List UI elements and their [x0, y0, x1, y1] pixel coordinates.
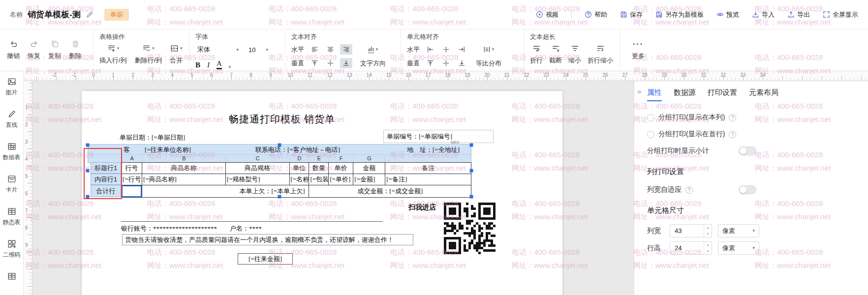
wrap-shrink-button[interactable]: 折行缩小 — [588, 44, 613, 65]
merge-button[interactable]: ▾合并 — [170, 44, 183, 65]
amount-field[interactable]: [=往来金额] — [238, 253, 293, 265]
step-up-icon[interactable]: ▴ — [704, 242, 712, 248]
selection-handle[interactable] — [278, 144, 281, 147]
col-width-input[interactable]: 43 ▴▾ — [670, 224, 712, 237]
cell-valign-bottom-button[interactable] — [456, 58, 468, 68]
export-button[interactable]: 导出 — [787, 10, 810, 19]
tab-print-settings[interactable]: 打印设置 — [708, 88, 737, 101]
collapse-panel-button[interactable]: » — [637, 87, 641, 95]
table-field-cell[interactable]: [=行号] — [122, 174, 142, 185]
qr-caption[interactable]: 扫我进店 — [408, 203, 436, 212]
column-letter[interactable] — [385, 155, 471, 163]
sidebar-item-card[interactable]: 卡片 — [6, 175, 18, 194]
table-header-cell[interactable]: 商品规格 — [226, 163, 290, 174]
row-type-label[interactable]: 合计行 — [91, 185, 121, 197]
bank-account-line[interactable]: 银行账号：******************** 户名：**** — [121, 224, 262, 233]
table-field-cell[interactable]: [=包装] — [309, 174, 329, 185]
subtotal-toggle[interactable] — [739, 147, 756, 155]
preview-button[interactable]: 预览 — [716, 10, 739, 19]
table-header-cell[interactable]: 行号 — [122, 163, 142, 174]
row-type-label[interactable]: 内容行1 — [91, 174, 121, 185]
selection-handle[interactable] — [86, 195, 90, 199]
column-letter[interactable]: E — [309, 155, 329, 163]
table-field-cell[interactable]: [=商品名称] — [142, 174, 226, 185]
col-width-unit-select[interactable]: 像素▾ — [718, 224, 759, 237]
cell-halign-center-button[interactable] — [440, 44, 452, 55]
row-height-stepper[interactable]: ▴▾ — [704, 242, 712, 254]
selection-handle[interactable] — [86, 169, 90, 173]
sidebar-item-data-table[interactable]: 数据表 — [3, 142, 21, 162]
undo-button[interactable]: 撤销 — [7, 40, 20, 60]
table-header-cell[interactable]: 单价 — [329, 163, 353, 174]
column-letter[interactable]: A — [122, 155, 142, 163]
sidebar-item-line[interactable]: 直线 — [6, 110, 18, 129]
radio-icon[interactable] — [647, 131, 654, 138]
save-as-button[interactable]: 另存为新模板 — [655, 10, 704, 19]
radio-icon[interactable] — [647, 114, 654, 121]
help-icon[interactable]: ? — [685, 186, 693, 194]
client-phone-field[interactable]: 联系电话：[=客户地址－电话] — [255, 146, 340, 154]
copy-button[interactable]: 复制 — [48, 40, 61, 60]
total-right-cell[interactable]: 成交金额：[=成交金额] — [309, 185, 471, 198]
shrink-button[interactable]: 缩小 — [568, 44, 581, 65]
client-addr-field[interactable]: 地 址：[=全地址] — [407, 146, 460, 154]
table-header-cell[interactable]: 单位 — [290, 163, 310, 174]
total-left-cell[interactable]: 本单上欠：[=本单上欠] — [142, 185, 310, 198]
tab-element-layout[interactable]: 元素布局 — [749, 88, 778, 101]
tab-datasource[interactable]: 数据源 — [674, 88, 696, 101]
video-button[interactable]: 视频 — [536, 10, 558, 19]
data-table[interactable]: 行号商品名称商品规格单位数量单价金额备注 [=行号][=商品名称][=规格型号]… — [121, 162, 471, 198]
wrap-button[interactable]: 折行 — [530, 44, 543, 65]
more-button[interactable]: ··· 更多 — [632, 40, 645, 60]
selection-handle[interactable] — [470, 195, 473, 199]
help-icon[interactable]: ? — [729, 114, 736, 121]
selection-handle[interactable] — [470, 169, 473, 173]
cell-halign-right-button[interactable] — [456, 44, 468, 55]
cell-halign-left-button[interactable] — [424, 44, 436, 55]
table-field-cell[interactable]: [=金额] — [353, 174, 385, 185]
col-auto-toggle[interactable] — [739, 185, 756, 194]
step-down-icon[interactable]: ▾ — [704, 231, 712, 237]
help-button[interactable]: 帮助 — [585, 10, 607, 19]
selection-handle[interactable] — [86, 144, 90, 147]
group-print-first-option[interactable]: 分组打印(显示在首行) ? — [647, 130, 868, 139]
doc-number-field[interactable]: 单据编号：[=单据编号] — [383, 130, 494, 143]
cell-valign-middle-button[interactable] — [440, 58, 452, 68]
design-canvas[interactable]: 畅捷通打印模板 销货单 单据日期：[=单据日期] 单据编号：[=单据编号] ta… — [32, 81, 634, 295]
notice-line[interactable]: 货物当天请验收清楚，产品质量问题请在一个月内退换，逾期概不负责，还望谅解，谢谢合… — [122, 234, 413, 245]
column-letter[interactable]: G — [353, 155, 385, 163]
valign-middle-button[interactable] — [324, 58, 337, 68]
column-letter[interactable]: C — [225, 155, 289, 163]
insert-row-col-button[interactable]: ▾插入行/列 — [99, 44, 127, 65]
redo-button[interactable]: 恢复 — [28, 40, 40, 60]
valign-top-button[interactable] — [309, 58, 321, 68]
save-button[interactable]: 保存 — [620, 10, 643, 19]
client-info-band[interactable]: 客 [=往来单位名称] 联系电话：[=客户地址－电话] 地 址：[=全地址] A… — [88, 144, 471, 163]
step-down-icon[interactable]: ▾ — [704, 248, 712, 255]
date-field[interactable]: 单据日期：[=单据日期] — [120, 133, 185, 142]
sidebar-item-qrcode[interactable]: 二维码 — [3, 239, 21, 259]
group-print-col-option[interactable]: 分组打印(显示在本列) ? — [647, 113, 868, 122]
align-left-button[interactable] — [309, 44, 321, 55]
delete-button[interactable]: 删除 — [69, 40, 82, 60]
import-button[interactable]: 导入 — [752, 10, 775, 19]
font-family-select[interactable]: 宋体▾ — [195, 44, 241, 55]
table-header-cell[interactable]: 商品名称 — [142, 163, 226, 174]
table-field-cell[interactable]: [=名称] — [290, 174, 310, 185]
table-field-cell[interactable]: [=规格型号] — [226, 174, 290, 185]
help-icon[interactable]: ? — [729, 131, 736, 138]
table-field-cell[interactable]: [=单价] — [329, 174, 353, 185]
truncate-button[interactable]: 截断 — [549, 44, 562, 65]
font-size-select[interactable]: 10▾ — [247, 44, 270, 55]
table-header-cell[interactable]: 数量 — [309, 163, 329, 174]
template-page[interactable]: 畅捷通打印模板 销货单 单据日期：[=单据日期] 单据编号：[=单据编号] ta… — [82, 91, 562, 295]
row-type-label[interactable]: 标题行1 — [91, 162, 121, 174]
column-letter[interactable]: B — [142, 155, 226, 163]
table-header-cell[interactable]: 备注 — [385, 163, 471, 174]
align-center-button[interactable] — [324, 44, 337, 55]
tab-props[interactable]: 属性 — [647, 88, 662, 101]
table-field-cell[interactable]: [=备注] — [385, 174, 471, 185]
font-color-button[interactable]: A — [217, 59, 222, 69]
text-direction-button[interactable]: ab▾ 文字方向 — [360, 44, 386, 72]
selection-handle[interactable] — [278, 195, 281, 199]
